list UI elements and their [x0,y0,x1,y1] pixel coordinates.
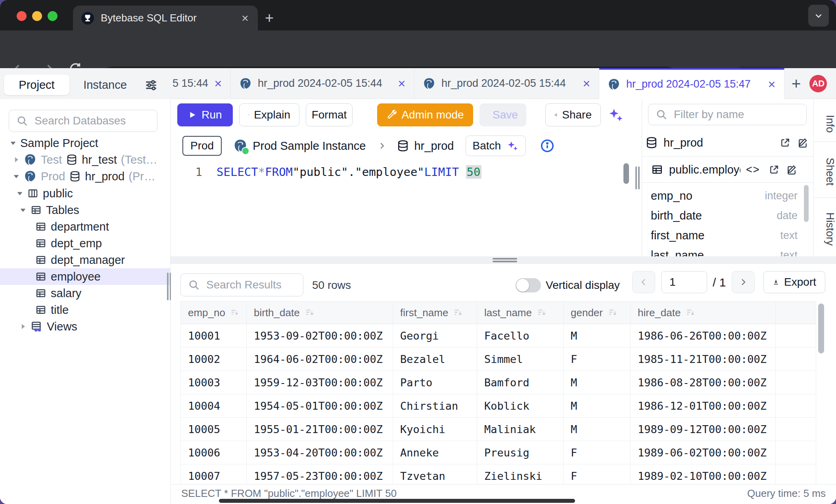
tree-item-tables[interactable]: Tables [0,202,171,218]
tree-item-hr-test[interactable]: Test hr_test (Test… [0,151,171,168]
grid-cell[interactable]: 10001 [180,324,247,347]
column-header[interactable]: last_name [477,302,564,324]
tree-item-table-dept-manager[interactable]: dept_manager [0,252,171,268]
grid-cell[interactable]: 1953-09-02T00:00:00Z [247,324,393,347]
close-icon[interactable] [214,79,222,88]
instance-name[interactable]: Prod Sample Instance [253,139,366,153]
grid-cell[interactable]: 10004 [180,394,247,417]
caret-right-icon[interactable] [20,323,26,330]
editor-tab-4-active[interactable]: hr_prod 2024-02-05 15:47 [599,68,784,99]
prev-page-button[interactable] [632,271,655,293]
grid-cell[interactable]: 1955-01-21T00:00:00Z [247,418,393,441]
batch-button[interactable]: Batch [466,136,526,156]
column-header[interactable]: gender [564,302,631,324]
rail-tab-history[interactable]: History [814,207,836,251]
browser-new-tab-button[interactable]: + [265,10,274,25]
results-splitter[interactable] [171,256,836,264]
tree-item-table-employee[interactable]: employee [0,268,171,285]
panel-resize-handle[interactable] [635,166,637,189]
export-button[interactable]: Export [763,271,825,293]
grid-cell[interactable]: 1953-04-20T00:00:00Z [247,441,393,464]
column-row[interactable]: emp_no integer [651,187,798,204]
grid-cell[interactable]: F [564,441,631,464]
grid-cell[interactable]: Parto [393,371,477,394]
window-zoom-button[interactable] [48,11,58,21]
code-icon[interactable]: <> [746,164,760,176]
editor-tab-2[interactable]: hr_prod 2024-02-05 15:44 [231,68,414,99]
explain-button[interactable]: Explain [239,103,299,126]
tree-item-table-department[interactable]: department [0,218,171,235]
run-button[interactable]: Run [177,103,233,126]
info-icon[interactable] [540,139,554,153]
panel-scrollbar[interactable] [804,185,809,222]
caret-down-icon[interactable] [10,140,16,146]
grid-cell[interactable]: 1964-06-02T00:00:00Z [247,347,393,370]
panel-resize-handle[interactable] [638,166,640,189]
column-row[interactable]: last_name text [651,246,798,256]
panel-table-row[interactable]: public.employe <> [651,159,811,180]
avatar[interactable]: AD [809,75,827,92]
grid-cell[interactable]: Georgi [393,324,477,347]
grid-cell[interactable]: Bezalel [393,347,477,370]
grid-cell[interactable]: Kyoichi [393,418,477,441]
grid-cell[interactable]: 1954-05-01T00:00:00Z [247,394,393,417]
results-scrollbar[interactable] [818,304,824,353]
column-header[interactable]: hire_date [631,302,776,324]
grid-cell[interactable]: M [564,324,631,347]
grid-cell[interactable]: Koblick [477,394,564,417]
editor-scrollbar[interactable] [623,163,629,184]
grid-cell[interactable]: 1989-06-02T00:00:00Z [631,441,776,464]
format-button[interactable]: Format [306,103,353,126]
edit-icon[interactable] [786,164,798,176]
tab-search-chevron-button[interactable] [808,5,829,27]
grid-cell[interactable]: M [564,371,631,394]
results-search-input[interactable] [205,278,296,292]
close-icon[interactable] [582,79,591,88]
share-button[interactable]: Share [545,103,601,126]
browser-tab[interactable]: Bytebase SQL Editor [73,6,258,31]
grid-cell[interactable]: Maliniak [477,418,564,441]
caret-down-icon[interactable] [20,207,26,213]
grid-cell[interactable]: 1986-12-01T00:00:00Z [631,394,776,417]
column-header[interactable]: birth_date [247,302,393,324]
grid-cell[interactable]: 10002 [180,347,247,370]
database-name[interactable]: hr_prod [414,139,454,153]
tree-item-table-salary[interactable]: salary [0,285,171,302]
rail-tab-info[interactable]: Info [814,107,836,141]
tree-item-table-title[interactable]: title [0,302,171,318]
tree-item-hr-prod[interactable]: Prod hr_prod (Pr… [0,168,171,185]
grid-cell[interactable]: M [564,418,631,441]
horizontal-scrollbar[interactable] [219,499,575,503]
sidebar-search[interactable] [9,110,157,132]
grid-cell[interactable]: Bamford [477,371,564,394]
tab-instance[interactable]: Instance [79,74,131,95]
sql-editor[interactable]: 1 SELECT * FROM "public"."employee" LIMI… [171,160,642,256]
filter-settings-icon[interactable] [144,78,159,93]
grid-cell[interactable]: Chirstian [393,394,477,417]
editor-tab-3[interactable]: hr_prod 2024-02-05 15:44 [414,68,599,99]
tree-item-table-dept-emp[interactable]: dept_emp [0,235,171,252]
external-link-icon[interactable] [768,164,780,176]
grid-cell[interactable]: 1985-11-21T00:00:00Z [631,347,776,370]
grid-cell[interactable]: 1989-09-12T00:00:00Z [631,418,776,441]
column-row[interactable]: first_name text [651,227,798,244]
admin-mode-button[interactable]: Admin mode [377,103,473,126]
grid-cell[interactable]: M [564,394,631,417]
column-header[interactable]: first_name [393,302,477,324]
grid-cell[interactable]: 1959-12-03T00:00:00Z [247,371,393,394]
browser-tab-close-icon[interactable] [240,13,250,23]
external-link-icon[interactable] [779,137,791,149]
caret-down-icon[interactable] [17,190,23,197]
grid-cell[interactable]: 10005 [180,418,247,441]
rail-tab-sheet[interactable]: Sheet [814,155,836,189]
tree-item-schema-public[interactable]: public [0,185,171,202]
ai-sparkle-icon[interactable] [606,106,625,124]
grid-cell[interactable]: 1986-08-28T00:00:00Z [631,371,776,394]
panel-database-row[interactable]: hr_prod [645,132,811,153]
add-tab-button[interactable]: + [792,76,801,92]
window-close-button[interactable] [17,11,27,21]
edit-icon[interactable] [797,137,809,149]
close-icon[interactable] [767,80,776,89]
caret-right-icon[interactable] [13,157,19,163]
caret-down-icon[interactable] [13,173,19,179]
